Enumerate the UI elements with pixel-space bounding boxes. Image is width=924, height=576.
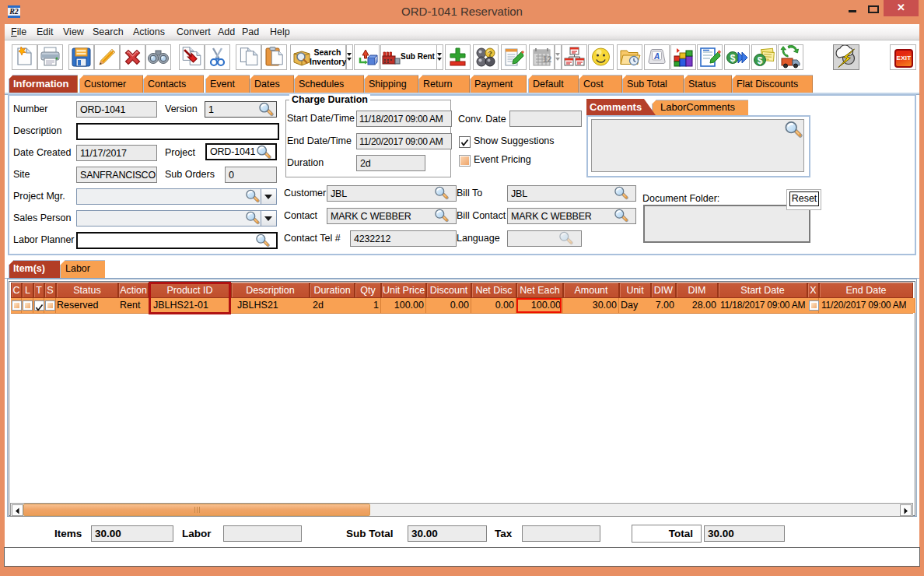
svg-text:$: $ bbox=[730, 53, 736, 64]
svg-text:12: 12 bbox=[543, 55, 552, 64]
svg-text:$: $ bbox=[758, 55, 763, 66]
svg-text:?: ? bbox=[488, 50, 492, 58]
svg-text:A: A bbox=[653, 52, 660, 61]
